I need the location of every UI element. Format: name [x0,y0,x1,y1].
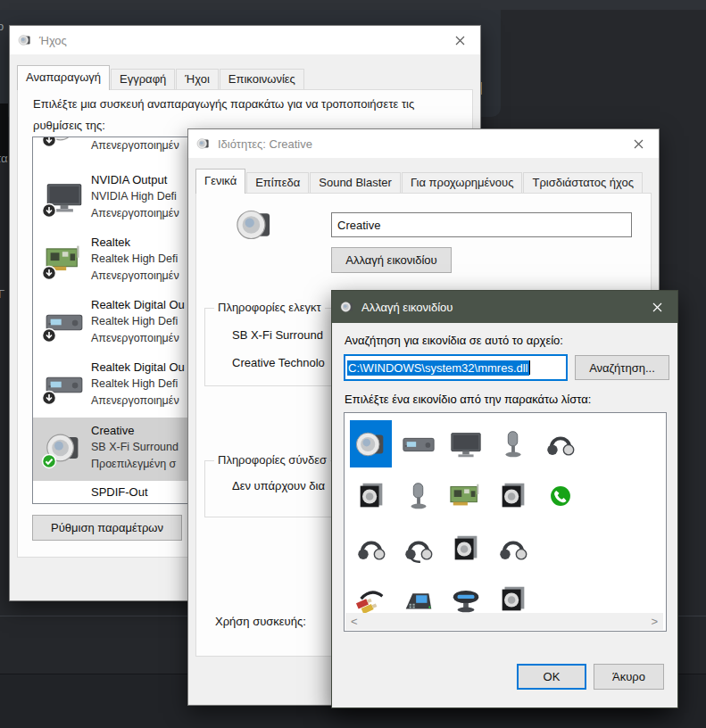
disabled-down-badge-icon [41,203,57,219]
search-file-label: Αναζήτηση για εικονίδια σε αυτό το αρχεί… [345,334,563,347]
receiver-icon[interactable] [397,420,439,467]
device-subtitle: Realtek High Defi [91,376,185,393]
device-title: Realtek Digital Ou [91,359,185,376]
icon-grid-row [350,420,586,467]
tab-advanced[interactable]: Για προχωρημένους [402,172,523,194]
device-status: Απενεργοποιημέν [91,268,179,285]
ok-button[interactable]: OK [517,664,586,690]
device-subtitle: Realtek High Defi [91,313,185,330]
icon-grid-row [350,472,586,519]
tab-3d-sound[interactable]: Τρισδιάστατος ήχος [523,172,643,194]
icon-file-path-input[interactable]: C:\WINDOWS\system32\mmres.dll [344,354,568,381]
configure-button[interactable]: Ρύθμιση παραμέτρων [32,515,182,541]
device-usage-label: Χρήση συσκευής: [215,615,306,628]
properties-tabstrip: Γενικά Επίπεδα Sound Blaster Για προχωρη… [195,170,644,194]
device-status: Απενεργοποιημέν [91,139,179,152]
mic-icon[interactable] [492,420,534,467]
device-title: Realtek Digital Ou [91,296,185,313]
default-check-badge-icon [41,453,57,469]
device-subtitle: Realtek High Defi [91,251,179,268]
monitor-icon[interactable] [444,420,486,467]
tab-general[interactable]: Γενικά [195,169,245,194]
desktop-top-strip [0,0,706,10]
device-speaker-icon [235,204,276,245]
disabled-down-badge-icon [41,390,57,406]
controller-vendor: Creative Technolo [232,356,325,369]
headphones-icon[interactable] [350,525,392,572]
select-icon-label: Επιλέξτε ένα εικονίδιο από την παρακάτω … [345,393,591,406]
device-subtitle: NVIDIA High Defi [91,188,179,205]
disabled-down-badge-icon [41,137,57,148]
tab-levels[interactable]: Επίπεδα [246,172,309,194]
scroll-left-icon[interactable]: < [351,615,358,628]
properties-window-title: Ιδιότητες: Creative [218,137,312,151]
change-icon-dialog: Αλλαγή εικονιδίου Αναζήτηση για εικονίδι… [331,290,678,708]
device-status: Προεπιλεγμένη σ [91,456,179,473]
browse-button[interactable]: Αναζήτηση... [575,355,669,380]
speaker-icon [18,33,32,47]
mic-icon[interactable] [397,472,439,519]
background-text-fragment: ο [0,20,4,33]
scroll-right-icon[interactable]: > [651,615,658,628]
boxspeaker-icon[interactable] [444,525,486,572]
close-icon[interactable] [619,129,659,158]
device-subtitle: SB X-Fi Surround [91,439,179,456]
change-icon-title: Αλλαγή εικονιδίου [361,301,453,314]
device-name-value: Creative [337,219,380,232]
speaker-icon [196,136,211,151]
cancel-button[interactable]: Άκυρο [594,664,664,690]
boxspeaker-icon[interactable] [350,472,392,519]
device-title: Creative [91,422,179,439]
background-text-fragment: τα [0,152,7,165]
jack-info-label: Πληροφορίες σύνδεσ [214,453,330,467]
controller-info-label: Πληροφορίες ελεγκτ [214,301,325,314]
headphones-icon[interactable] [492,525,534,572]
change-icon-titlebar: Αλλαγή εικονιδίου [332,291,677,323]
sound-window-title: Ήχος [39,34,67,47]
properties-titlebar: Ιδιότητες: Creative [188,129,659,158]
controller-name: SB X-Fi Surround [232,328,323,342]
speaker-icon [340,300,354,314]
icon-list[interactable]: < > [344,412,667,632]
icon-file-path-value: C:\WINDOWS\system32\mmres.dll [347,360,529,376]
close-icon[interactable] [440,26,480,54]
change-icon-button[interactable]: Αλλαγή εικονιδίου [331,247,452,273]
sound-tabstrip: Αναπαραγωγή Εγγραφή Ήχοι Επικοινωνίες [17,67,305,90]
sound-titlebar: Ήχος [10,26,480,54]
disabled-down-badge-icon [41,265,57,281]
close-icon[interactable] [637,291,677,323]
device-name-field[interactable]: Creative [331,212,632,237]
pci-icon[interactable] [444,472,486,519]
tab-recording[interactable]: Εγγραφή [111,69,175,90]
headphones-icon[interactable] [539,420,581,467]
device-title: Realtek [91,234,179,251]
device-title: SPDIF-Out [91,485,148,499]
icon-grid-row [350,525,539,572]
text-caret [529,360,530,375]
speaker-icon[interactable] [350,420,392,467]
horizontal-scrollbar[interactable]: < > [345,613,663,630]
disabled-down-badge-icon [41,327,57,343]
device-status: Απενεργοποιημέν [91,393,185,410]
tab-playback[interactable]: Αναπαραγωγή [17,65,110,90]
tab-sounds[interactable]: Ήχοι [176,69,219,90]
device-title: NVIDIA Output [91,171,179,188]
device-status: Απενεργοποιημέν [91,330,185,347]
tab-communications[interactable]: Επικοινωνίες [220,69,304,90]
boxspeaker-icon[interactable] [492,472,534,519]
device-status: Απενεργοποιημέν [91,205,179,222]
phone-icon[interactable] [539,472,581,519]
tab-sound-blaster[interactable]: Sound Blaster [310,172,401,194]
headset-icon[interactable] [397,525,439,572]
background-text-fragment: Γ [0,287,4,301]
jack-info-text: Δεν υπάρχουν δια [232,479,325,492]
